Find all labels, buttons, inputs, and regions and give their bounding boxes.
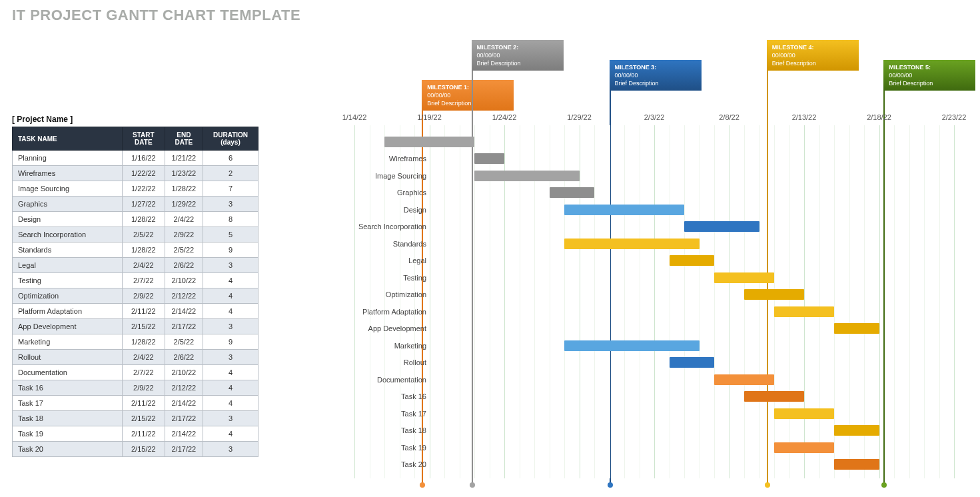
cell-duration: 3 xyxy=(203,350,258,365)
cell-duration: 2 xyxy=(203,166,258,181)
cell-task-name: Legal xyxy=(13,258,123,273)
cell-duration: 3 xyxy=(203,258,258,273)
cell-end: 2/12/22 xyxy=(165,380,203,396)
col-task-name: TASK NAME xyxy=(13,127,123,151)
task-row-label: Marketing xyxy=(340,342,426,350)
gantt-bar xyxy=(774,306,834,317)
gantt-bar xyxy=(564,340,700,351)
gantt-bar xyxy=(670,255,715,266)
cell-start: 2/11/22 xyxy=(123,304,165,319)
table-row: Search Incorporation2/5/222/9/225 xyxy=(13,227,258,243)
gantt-bar xyxy=(714,272,774,283)
cell-end: 2/10/22 xyxy=(165,273,203,288)
cell-end: 2/17/22 xyxy=(165,411,203,426)
milestone-flag: MILESTONE 3:00/00/00Brief Description xyxy=(610,60,702,91)
cell-start: 2/9/22 xyxy=(123,380,165,396)
table-row: Optimization2/9/222/12/224 xyxy=(13,288,258,304)
task-row-label: Task 17 xyxy=(340,410,426,418)
milestone-flag: MILESTONE 1:00/00/00Brief Description xyxy=(422,80,514,111)
cell-duration: 3 xyxy=(203,197,258,212)
cell-task-name: Planning xyxy=(13,151,123,166)
cell-task-name: Task 16 xyxy=(13,380,123,396)
table-row: App Development2/15/222/17/223 xyxy=(13,319,258,334)
x-axis-label: 1/29/22 xyxy=(567,113,592,121)
cell-start: 2/9/22 xyxy=(123,288,165,304)
task-row-label: Task 18 xyxy=(340,426,426,434)
cell-end: 2/17/22 xyxy=(165,319,203,334)
task-row-label: Legal xyxy=(340,256,426,264)
gridline xyxy=(654,125,655,478)
cell-duration: 6 xyxy=(203,151,258,166)
cell-start: 2/4/22 xyxy=(123,258,165,273)
task-row-label: Optimization xyxy=(340,290,426,298)
table-row: Platform Adaptation2/11/222/14/224 xyxy=(13,304,258,319)
task-row-label: Documentation xyxy=(340,376,426,384)
cell-end: 1/29/22 xyxy=(165,197,203,212)
gridline xyxy=(954,125,955,478)
cell-duration: 4 xyxy=(203,273,258,288)
cell-task-name: Optimization xyxy=(13,288,123,304)
task-row-label: Task 16 xyxy=(340,392,426,400)
cell-task-name: Image Sourcing xyxy=(13,181,123,197)
cell-start: 1/22/22 xyxy=(123,166,165,181)
cell-task-name: Task 18 xyxy=(13,411,123,426)
gantt-bar xyxy=(474,153,504,164)
milestone-flag: MILESTONE 2:00/00/00Brief Description xyxy=(472,40,564,71)
cell-start: 2/15/22 xyxy=(123,442,165,457)
cell-start: 2/7/22 xyxy=(123,365,165,380)
col-start-date: START DATE xyxy=(123,127,165,151)
gantt-bar xyxy=(774,408,834,419)
cell-duration: 7 xyxy=(203,181,258,197)
x-axis-label: 1/19/22 xyxy=(417,113,442,121)
task-row-label: Standards xyxy=(340,240,426,248)
task-row-label: Graphics xyxy=(340,189,426,197)
cell-duration: 3 xyxy=(203,442,258,457)
milestone-flag: MILESTONE 5:00/00/00Brief Description xyxy=(883,60,975,91)
task-row-label: App Development xyxy=(340,324,426,332)
cell-start: 1/16/22 xyxy=(123,151,165,166)
cell-end: 2/10/22 xyxy=(165,365,203,380)
cell-task-name: App Development xyxy=(13,319,123,334)
table-row: Testing2/7/222/10/224 xyxy=(13,273,258,288)
table-row: Task 192/11/222/14/224 xyxy=(13,426,258,442)
gantt-bar xyxy=(834,425,879,436)
x-axis-label: 1/24/22 xyxy=(492,113,517,121)
page-title: IT PROJECT GANTT CHART TEMPLATE xyxy=(12,7,300,24)
task-row-label: Task 19 xyxy=(340,444,426,452)
table-row: Wireframes1/22/221/23/222 xyxy=(13,166,258,181)
gantt-bar xyxy=(834,323,879,334)
task-row-label: Wireframes xyxy=(340,155,426,163)
cell-end: 1/21/22 xyxy=(165,151,203,166)
x-axis-label: 2/8/22 xyxy=(719,113,739,121)
task-row-label: Platform Adaptation xyxy=(340,308,426,316)
gantt-bar xyxy=(474,171,580,181)
cell-start: 2/4/22 xyxy=(123,350,165,365)
gridline xyxy=(580,125,580,478)
gantt-bar xyxy=(834,459,879,470)
cell-end: 2/4/22 xyxy=(165,212,203,227)
x-axis-label: 2/3/22 xyxy=(644,113,665,121)
cell-start: 1/27/22 xyxy=(123,197,165,212)
table-row: Standards1/28/222/5/229 xyxy=(13,243,258,258)
cell-end: 2/14/22 xyxy=(165,426,203,442)
cell-duration: 9 xyxy=(203,243,258,258)
cell-end: 2/9/22 xyxy=(165,227,203,243)
gantt-bar xyxy=(684,221,759,232)
cell-task-name: Rollout xyxy=(13,350,123,365)
cell-duration: 3 xyxy=(203,411,258,426)
cell-end: 2/14/22 xyxy=(165,396,203,411)
cell-task-name: Design xyxy=(13,212,123,227)
project-name-label: [ Project Name ] xyxy=(12,115,73,124)
cell-end: 1/28/22 xyxy=(165,181,203,197)
table-row: Task 172/11/222/14/224 xyxy=(13,396,258,411)
table-row: Task 162/9/222/12/224 xyxy=(13,380,258,396)
task-table: TASK NAME START DATE END DATE DURATION (… xyxy=(12,127,258,457)
task-row-label: Search Incorporation xyxy=(340,223,426,231)
gantt-bar xyxy=(550,187,595,198)
cell-end: 2/6/22 xyxy=(165,350,203,365)
cell-end: 1/23/22 xyxy=(165,166,203,181)
cell-end: 2/5/22 xyxy=(165,243,203,258)
cell-start: 2/15/22 xyxy=(123,319,165,334)
cell-task-name: Platform Adaptation xyxy=(13,304,123,319)
gantt-bar xyxy=(744,289,804,300)
